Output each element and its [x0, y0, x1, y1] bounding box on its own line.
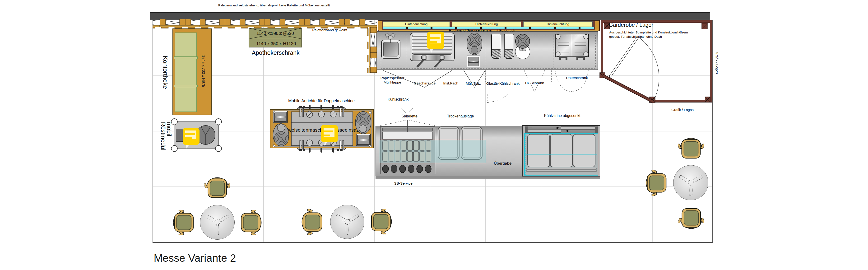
cart-grinder-left: [273, 124, 289, 146]
saladette-trays: [383, 141, 431, 161]
saladette-knobs: [382, 165, 431, 173]
kontortheke-label: Kontortheke: [161, 56, 169, 89]
vitrine-internals: [525, 127, 597, 176]
label-uebergabe: Übergabe: [494, 161, 512, 166]
label-sb-service: SB-Service: [394, 181, 412, 185]
portafilter-handles: [417, 60, 441, 66]
rear-window-label: Rückwand Sprossenfenster mit Fotodruck: [449, 28, 515, 32]
label-kuehlschrank: Kühlschrank: [388, 97, 408, 101]
grinder-1: [467, 33, 482, 55]
graphics-label-side: Grafik / Logos: [715, 52, 719, 74]
anrichte-label: Mobile Anrichte für Doppelmaschine: [288, 98, 355, 103]
label-muell-satz: Müll/Satz: [466, 81, 481, 86]
kontortheke-dim: 1545 x 700 x H975: [201, 55, 206, 87]
roestmodul-label: Röstmodul mobil: [160, 122, 172, 150]
top-note: Palettenwand selbststehend, über abgewin…: [218, 4, 330, 7]
apothekerschrank-label: Apothekerschrank: [252, 49, 300, 56]
graphics-label-bottom: Grafik / Logos: [671, 108, 693, 112]
unterschrank-details: [556, 34, 588, 60]
label-kuehlvitrine: Kühlvitrine abgesenkt: [544, 114, 581, 118]
faucet: [385, 33, 395, 43]
label-unterschrank: Unterschrank: [566, 76, 588, 80]
label-inst-fach: Inst.Fach: [443, 81, 458, 85]
label-papierspender: Papierspender Müllklappe: [380, 76, 404, 85]
vitrine-cap-right: [595, 126, 598, 132]
label-glastuer: Glastür-Kühlschrank: [486, 81, 520, 86]
annotation-icon: [183, 128, 199, 145]
annotation-icon: [321, 125, 338, 142]
apothekerschrank-dim-top: 1140 x 180 x H530: [256, 31, 294, 36]
pallet-wall-horizontal: [153, 19, 377, 28]
page-title: Messe Variante 2: [154, 252, 236, 264]
garderobe-diagonal-wall: [602, 76, 654, 102]
palette-white-label: Palettenwand geweißt: [312, 28, 347, 32]
cart-grinder-right: [355, 112, 371, 134]
label-tk-schrank: TK-Schrank: [525, 81, 544, 85]
label-saladette: Saladette: [401, 114, 417, 118]
floorplan-canvas: Palettenwand selbststehend, über abgewin…: [0, 0, 868, 270]
label-trockenauslage: Trockenauslage: [447, 114, 474, 118]
annotation-icon: [427, 32, 444, 49]
label-geschirrzuege: Geschirrzüge: [414, 81, 436, 85]
garderobe-title: Garderobe / Lager: [609, 22, 653, 28]
apothekerschrank-dim-bottom: 1140 x 350 x H1120: [256, 41, 296, 46]
booth-boundary: [153, 20, 713, 242]
vitrine-cap-left: [525, 126, 528, 132]
pallet-wall-vertical: [367, 27, 377, 73]
garderobe-desc: Aus beschichteter Spanplatte und Konstru…: [609, 30, 688, 39]
grinder-2: [515, 34, 530, 59]
